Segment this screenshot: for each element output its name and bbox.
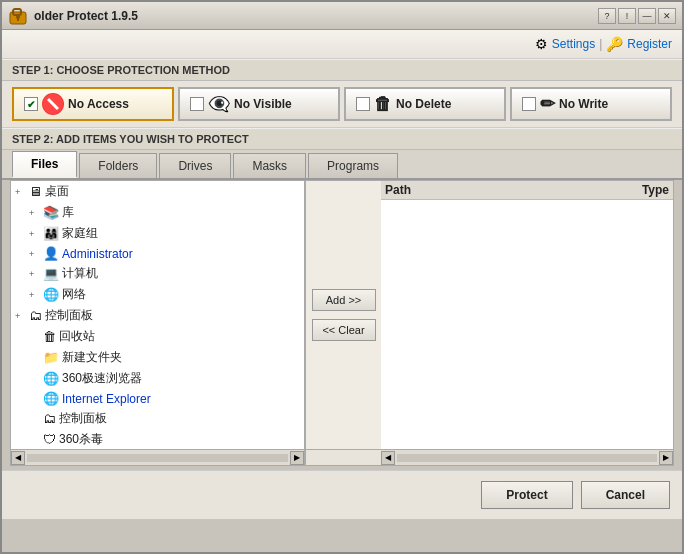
tree-file-icon: 🌐 [43,287,59,302]
tree-item[interactable]: +🌐网络 [11,284,304,305]
tab-folders[interactable]: Folders [79,153,157,178]
tree-item[interactable]: 🌐Internet Explorer [11,389,304,408]
tree-item-label: 360极速浏览器 [62,370,142,387]
tree-scroll-left[interactable]: ◀ [11,451,25,465]
tree-item-label: 网络 [62,286,86,303]
tree-item[interactable]: 🌐360极速浏览器 [11,368,304,389]
path-list-scroll[interactable] [381,200,673,442]
step1-label: STEP 1: CHOOSE PROTECTION METHOD [2,59,682,81]
no-write-icon: ✏ [540,93,555,115]
tree-item-label: 控制面板 [59,410,107,427]
protect-button[interactable]: Protect [481,481,572,509]
protection-methods: No Access 👁‍🗨 No Visible 🗑 No Delete ✏ N… [2,81,682,128]
tree-file-icon: 👨‍👩‍👧 [43,226,59,241]
window-title: older Protect 1.9.5 [34,9,138,23]
no-delete-icon: 🗑 [374,94,392,115]
tree-scroll-track [27,454,288,462]
tab-programs[interactable]: Programs [308,153,398,178]
tree-file-icon: 💻 [43,266,59,281]
no-access-label: No Access [68,97,129,111]
step2-label: STEP 2: ADD ITEMS YOU WISH TO PROTECT [2,128,682,150]
no-access-icon [42,93,64,115]
path-hscroll[interactable]: ◀ ▶ [381,450,673,465]
clear-button[interactable]: << Clear [312,319,376,341]
no-delete-checkbox[interactable] [356,97,370,111]
main-content: +🖥桌面+📚库+👨‍👩‍👧家庭组+👤Administrator+💻计算机+🌐网络… [10,180,674,450]
tab-masks[interactable]: Masks [233,153,306,178]
path-scroll-left[interactable]: ◀ [381,451,395,465]
tree-file-icon: 🗑 [43,329,56,344]
tree-file-icon: 🌐 [43,371,59,386]
close-button[interactable]: ✕ [658,8,676,24]
tree-item-label: 桌面 [45,183,69,200]
no-access-checkbox[interactable] [24,97,38,111]
tree-expand-icon[interactable]: + [15,187,29,197]
tree-file-icon: 🖥 [29,184,42,199]
no-access-button[interactable]: No Access [12,87,174,121]
path-list-header: Path Type [381,181,673,200]
file-tree-scroll[interactable]: +🖥桌面+📚库+👨‍👩‍👧家庭组+👤Administrator+💻计算机+🌐网络… [11,181,304,449]
register-link[interactable]: Register [627,37,672,51]
path-scroll-right[interactable]: ▶ [659,451,673,465]
no-write-button[interactable]: ✏ No Write [510,87,672,121]
tab-files[interactable]: Files [12,151,77,178]
tree-expand-icon[interactable]: + [29,208,43,218]
tree-item-label: 控制面板 [45,307,93,324]
tree-item[interactable]: +🗂控制面板 [11,305,304,326]
tree-expand-icon[interactable]: + [29,290,43,300]
tree-file-icon: 🛡 [43,432,56,447]
tree-expand-icon[interactable]: + [29,269,43,279]
scrollbars-row: ◀ ▶ ◀ ▶ [10,450,674,466]
middle-buttons: Add >> << Clear [306,181,381,449]
info-button[interactable]: ! [618,8,636,24]
path-column-header: Path [385,183,609,197]
tree-expand-icon[interactable]: + [29,249,43,259]
bottom-buttons: Protect Cancel [2,470,682,519]
tree-item-label: 回收站 [59,328,95,345]
settings-toolbar: ⚙ Settings | 🔑 Register [2,30,682,59]
tree-item-label: 家庭组 [62,225,98,242]
tree-file-icon: 🌐 [43,391,59,406]
cancel-button[interactable]: Cancel [581,481,670,509]
no-delete-button[interactable]: 🗑 No Delete [344,87,506,121]
register-icon: 🔑 [606,36,623,52]
path-scroll-track [397,454,657,462]
tree-expand-icon[interactable]: + [29,229,43,239]
tree-item[interactable]: +💻计算机 [11,263,304,284]
tree-item-label: 新建文件夹 [62,349,122,366]
no-write-checkbox[interactable] [522,97,536,111]
settings-icon: ⚙ [535,36,548,52]
tree-item[interactable]: +👤Administrator [11,244,304,263]
title-bar: older Protect 1.9.5 ? ! — ✕ [2,2,682,30]
add-button[interactable]: Add >> [312,289,376,311]
tree-item[interactable]: 🗂控制面板 [11,408,304,429]
no-visible-checkbox[interactable] [190,97,204,111]
minimize-button[interactable]: — [638,8,656,24]
tree-item-label: 360杀毒 [59,431,103,448]
tree-item[interactable]: 🗑回收站 [11,326,304,347]
tab-drives[interactable]: Drives [159,153,231,178]
tree-item-label: 计算机 [62,265,98,282]
type-column-header: Type [609,183,669,197]
tree-item[interactable]: 🛡360杀毒 [11,429,304,449]
tree-file-icon: 📁 [43,350,59,365]
tree-scroll-right[interactable]: ▶ [290,451,304,465]
tree-item[interactable]: +👨‍👩‍👧家庭组 [11,223,304,244]
tree-file-icon: 📚 [43,205,59,220]
tree-item[interactable]: +📚库 [11,202,304,223]
tree-file-icon: 🗂 [29,308,42,323]
tree-item[interactable]: +🖥桌面 [11,181,304,202]
toolbar-separator: | [599,37,602,51]
help-button[interactable]: ? [598,8,616,24]
no-write-label: No Write [559,97,608,111]
tree-item[interactable]: 📁新建文件夹 [11,347,304,368]
tree-hscroll[interactable]: ◀ ▶ [11,450,306,465]
svg-rect-3 [17,18,19,21]
app-icon [8,6,28,26]
no-visible-button[interactable]: 👁‍🗨 No Visible [178,87,340,121]
tree-file-icon: 👤 [43,246,59,261]
tree-item-label: Internet Explorer [62,392,151,406]
no-delete-label: No Delete [396,97,451,111]
tree-expand-icon[interactable]: + [15,311,29,321]
settings-link[interactable]: Settings [552,37,595,51]
